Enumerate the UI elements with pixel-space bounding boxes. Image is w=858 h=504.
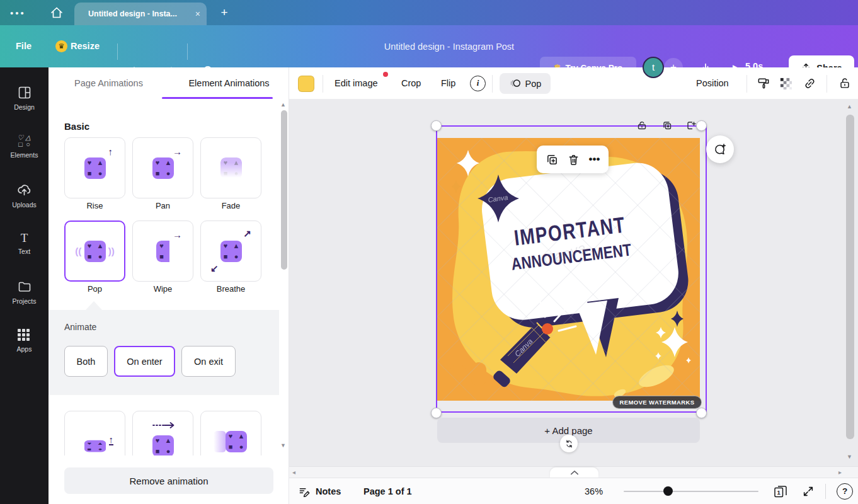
animations-panel: Page Animations Element Animations Basic… bbox=[49, 67, 289, 504]
add-comment-button[interactable] bbox=[706, 135, 734, 163]
window-menu-icon[interactable]: ••• bbox=[10, 11, 26, 16]
lock-icon[interactable] bbox=[838, 76, 852, 90]
sidebar-item-design[interactable]: Design bbox=[0, 74, 49, 122]
pointer-notch bbox=[86, 301, 102, 310]
scroll-right-icon[interactable]: ▸ bbox=[838, 469, 842, 476]
lock-element-icon[interactable] bbox=[637, 120, 647, 130]
scroll-down-icon[interactable]: ▼ bbox=[280, 442, 286, 449]
scroll-up-icon[interactable]: ▲ bbox=[280, 101, 286, 108]
animation-card-wipe[interactable]: ♥▲■● → bbox=[132, 220, 193, 282]
animation-card-rise[interactable]: ♥▲■● ↑ bbox=[64, 137, 125, 198]
file-menu[interactable]: File bbox=[16, 41, 31, 51]
notes-button[interactable]: Notes bbox=[316, 478, 341, 504]
link-icon[interactable] bbox=[803, 77, 816, 90]
object-toolbar: Edit image Crop Flip i Pop Position bbox=[289, 67, 858, 100]
divider bbox=[117, 43, 118, 60]
resize-crown-icon: ♛ bbox=[55, 40, 67, 52]
duplicate-icon[interactable] bbox=[546, 153, 559, 166]
position-button[interactable]: Position bbox=[696, 67, 729, 100]
sidebar-item-text[interactable]: T Text bbox=[0, 219, 49, 268]
animation-card-breathe[interactable]: ♥▲■● ↗ ↙ bbox=[200, 220, 261, 282]
panel-scrollbar-thumb[interactable] bbox=[281, 110, 287, 270]
zoom-level: 36% bbox=[585, 478, 603, 504]
animate-option-both[interactable]: Both bbox=[64, 346, 108, 377]
fade-animation-icon: ♥▲■● bbox=[220, 158, 242, 179]
element-context-toolbar: ••• bbox=[537, 146, 609, 173]
add-member-button[interactable]: + bbox=[664, 58, 683, 77]
transparency-icon[interactable] bbox=[779, 77, 792, 90]
refresh-icon bbox=[564, 439, 574, 449]
chevron-up-icon bbox=[570, 470, 579, 475]
notes-icon[interactable] bbox=[298, 486, 310, 498]
canvas-scroll-down-icon[interactable]: ▼ bbox=[847, 454, 852, 460]
notification-dot bbox=[382, 71, 389, 78]
help-button[interactable]: ? bbox=[837, 483, 853, 500]
canvas-scrollbar-thumb[interactable] bbox=[846, 115, 854, 439]
comment-plus-icon bbox=[713, 142, 727, 156]
sidebar-item-elements[interactable]: ♡△□○ Elements bbox=[0, 122, 49, 171]
add-element-icon[interactable] bbox=[686, 120, 696, 130]
browser-tab-title: Untitled design - Insta... bbox=[88, 9, 190, 18]
selection-handle-top-right[interactable] bbox=[696, 120, 707, 131]
new-tab-button[interactable]: + bbox=[217, 5, 232, 20]
divider bbox=[323, 75, 323, 93]
slide-animation-icon: ♥▲■● bbox=[152, 435, 174, 457]
selection-handle-bottom-right[interactable] bbox=[696, 408, 707, 418]
tab-element-animations[interactable]: Element Animations bbox=[169, 67, 289, 99]
bounce-animation-icon: ♥▲■● bbox=[84, 440, 106, 452]
more-options-icon[interactable]: ••• bbox=[589, 156, 600, 163]
divider bbox=[825, 484, 826, 499]
selection-handle-top-left[interactable] bbox=[431, 120, 442, 131]
sidebar-item-uploads[interactable]: Uploads bbox=[0, 171, 49, 219]
rise-animation-icon: ♥▲■● bbox=[84, 158, 106, 179]
divider bbox=[187, 43, 188, 60]
trash-icon[interactable] bbox=[567, 153, 580, 166]
edit-image-button[interactable]: Edit image bbox=[335, 67, 378, 100]
animation-label: Breathe bbox=[200, 284, 261, 294]
dashed-arrow-icon bbox=[152, 421, 177, 429]
sync-status-button[interactable] bbox=[560, 435, 578, 452]
remove-animation-button[interactable]: Remove animation bbox=[64, 467, 273, 494]
page-count: 1 bbox=[777, 489, 781, 496]
canvas-scroll-up-icon[interactable]: ▲ bbox=[847, 103, 852, 110]
tab-close-icon[interactable]: × bbox=[195, 9, 200, 19]
avatar[interactable]: t bbox=[643, 57, 664, 78]
resize-button[interactable]: Resize bbox=[71, 41, 100, 51]
sidebar-item-projects[interactable]: Projects bbox=[0, 268, 49, 316]
copy-style-roller-icon[interactable] bbox=[757, 76, 771, 91]
status-bar: Notes Page 1 of 1 36% 1 ? bbox=[289, 478, 858, 504]
info-icon[interactable]: i bbox=[470, 76, 486, 91]
animate-option-on-enter[interactable]: On enter bbox=[114, 346, 175, 377]
remove-watermarks-button[interactable]: REMOVE WATERMARKS bbox=[612, 396, 702, 409]
pages-view-icon[interactable]: 1 bbox=[772, 484, 789, 499]
tab-page-animations[interactable]: Page Animations bbox=[49, 67, 169, 99]
animation-pop-button[interactable]: Pop bbox=[500, 73, 551, 94]
animate-section: Animate Both On enter On exit bbox=[49, 310, 279, 395]
zoom-slider-thumb[interactable] bbox=[663, 486, 673, 496]
sidebar-item-apps[interactable]: Apps bbox=[0, 316, 49, 365]
zoom-slider-track[interactable] bbox=[624, 491, 758, 492]
animation-card-pop-selected[interactable]: (( ♥▲■● )) bbox=[64, 220, 125, 282]
document-title[interactable]: Untitled design - Instagram Post bbox=[353, 42, 546, 52]
selection-handle-bottom-left[interactable] bbox=[431, 408, 442, 418]
text-icon: T bbox=[21, 232, 28, 244]
uploads-cloud-icon bbox=[16, 182, 32, 198]
browser-tab[interactable]: Untitled design - Insta... × bbox=[74, 3, 207, 25]
scroll-left-icon[interactable]: ◂ bbox=[292, 469, 295, 476]
design-page[interactable]: IMPORTANT ANNOUNCEMENT Canva Canva Canva bbox=[437, 138, 700, 401]
home-icon[interactable] bbox=[50, 6, 64, 20]
flip-button[interactable]: Flip bbox=[441, 67, 455, 100]
crop-button[interactable]: Crop bbox=[401, 67, 421, 100]
animation-card-fade[interactable]: ♥▲■● bbox=[200, 137, 261, 198]
fullscreen-icon[interactable] bbox=[802, 485, 815, 498]
color-swatch[interactable] bbox=[298, 76, 314, 92]
divider bbox=[492, 75, 493, 93]
browser-tab-strip: ••• Untitled design - Insta... × + bbox=[0, 0, 858, 25]
animate-option-on-exit[interactable]: On exit bbox=[181, 346, 236, 377]
duplicate-element-icon[interactable] bbox=[662, 120, 672, 130]
canvas-area[interactable]: IMPORTANT ANNOUNCEMENT Canva Canva Canva bbox=[289, 100, 858, 466]
pages-collapse-tab[interactable] bbox=[550, 467, 598, 478]
animation-card-pan[interactable]: ♥▲■● → bbox=[132, 137, 193, 198]
animation-label: Fade bbox=[200, 201, 261, 210]
folder-icon bbox=[17, 279, 32, 294]
